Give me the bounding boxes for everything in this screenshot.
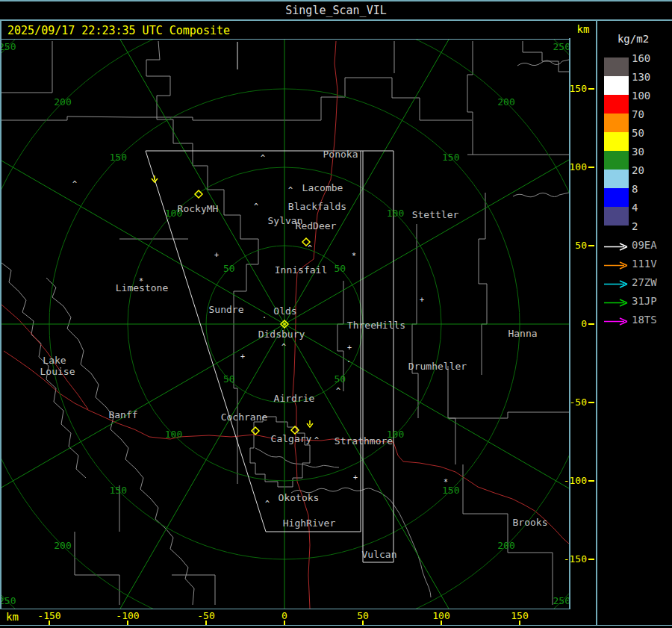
station-id: 18TS [632, 315, 657, 325]
bottom-axis: km -150-100-50050100150 [0, 609, 596, 625]
legend-threshold: 70 [632, 109, 644, 119]
city-label: Banff [108, 409, 137, 420]
right-axis-tick [588, 323, 594, 325]
town-marker: ^ [314, 436, 319, 444]
right-axis-tick [588, 167, 594, 168]
city-label: Airdrie [274, 393, 315, 404]
city-label: Cochrane [221, 411, 268, 423]
bottom-axis-tick-label: 150 [497, 610, 542, 621]
town-marker: + [353, 473, 358, 482]
ring-label: 200 [54, 540, 71, 551]
city-label: Calgary [271, 433, 312, 444]
station-arrow-icon [603, 242, 630, 252]
town-marker: ^ [288, 186, 293, 194]
right-axis-tick [588, 480, 594, 482]
station-arrow-icon [603, 279, 630, 289]
bottom-axis-unit: km [6, 611, 19, 623]
city-label: HighRiver [283, 517, 336, 529]
legend-swatch [604, 132, 629, 151]
legend-threshold: 2 [632, 221, 638, 231]
legend-unit: kg/m2 [597, 33, 669, 45]
ring-label: 150 [110, 485, 127, 496]
town-marker: + [214, 251, 219, 259]
city-label: Ponoka [323, 149, 358, 160]
city-label: Stettler [412, 209, 459, 220]
city-label: Strathmore [335, 435, 393, 447]
city-label: Innisfail [275, 264, 327, 276]
right-axis-tick-label: 100 [570, 162, 587, 172]
right-axis-tick-label: 0 [581, 319, 587, 329]
right-axis-tick-label: 150 [570, 84, 587, 94]
wind-arrow-marker [307, 420, 313, 427]
right-axis-unit: km [570, 23, 596, 35]
ring-label: 250 [1, 595, 16, 606]
ring-label: 250 [553, 595, 569, 606]
scan-timestamp: 2025/09/17 22:23:35 UTC Composite [7, 24, 230, 37]
city-labels: PonokaLacombeBlackfaldsSylvanRedDeerRock… [40, 149, 548, 560]
legend-swatch [604, 57, 629, 76]
right-axis-tick [588, 245, 594, 246]
legend-swatch [604, 188, 629, 207]
right-axis: 150100500-50-100-150 [570, 40, 596, 609]
legend-threshold: 30 [632, 146, 644, 157]
map-panel[interactable]: 5050505010010010010015015015015020020020… [1, 40, 569, 609]
bottom-axis-tick-label: -100 [105, 610, 150, 621]
ring-label: 200 [497, 540, 514, 551]
right-axis-tick-label: -50 [570, 397, 587, 408]
legend-threshold: 20 [632, 165, 644, 175]
ring-label: 250 [1, 41, 16, 52]
city-label: ThreeHills [347, 320, 405, 331]
bottom-axis-tick [441, 621, 442, 625]
right-axis-tick [588, 88, 594, 90]
town-marker: ^ [254, 202, 258, 211]
bottom-axis-tick-label: 0 [262, 610, 307, 621]
bottom-axis-tick-label: 100 [419, 610, 464, 621]
station-legend-item: 09EA [603, 240, 630, 251]
ring-label: 200 [497, 96, 514, 108]
city-label: Vulcan [362, 549, 397, 560]
legend-swatch [604, 95, 629, 114]
station-id: 111V [632, 259, 657, 269]
town-marker: ^ [336, 387, 340, 395]
town-marker: ^ [261, 154, 265, 162]
ring-label: 50 [223, 373, 235, 385]
bottom-axis-tick-label: -150 [27, 610, 72, 621]
town-marker: * [139, 277, 143, 285]
right-axis-tick-label: -100 [564, 476, 587, 486]
town-marker: ^ [308, 244, 312, 252]
city-label: RockyMH [178, 203, 219, 214]
city-label: Didsbury [258, 329, 305, 340]
town-marker: * [444, 478, 448, 486]
legend-threshold: 8 [632, 184, 638, 194]
right-axis-tick-label: -150 [564, 554, 587, 565]
ring-label: 150 [110, 152, 127, 163]
city-label: Olds [273, 305, 296, 317]
city-label: Okotoks [279, 492, 320, 503]
ring-label: 100 [387, 208, 404, 219]
ring-label: 50 [334, 263, 346, 274]
city-label: Hanna [508, 328, 537, 339]
right-axis-tick [588, 559, 594, 560]
radar-site-marker [252, 427, 259, 435]
radial-line [60, 40, 284, 324]
radar-map[interactable]: 5050505010010010010015015015015020020020… [1, 40, 569, 609]
bottom-axis-tick [49, 621, 50, 625]
legend-swatch [604, 170, 629, 188]
city-label: Sundre [209, 304, 244, 315]
legend-threshold: 160 [632, 53, 650, 63]
radial-line [60, 324, 284, 609]
station-legend-item: 27ZW [603, 278, 630, 288]
city-label: Louise [40, 366, 75, 377]
station-legend-item: 111V [603, 259, 630, 270]
town-marker: · [262, 314, 267, 322]
town-marker: * [352, 252, 356, 260]
bottom-axis-tick [127, 621, 128, 625]
ring-label: 50 [223, 263, 235, 274]
station-arrow-icon [603, 261, 630, 270]
station-id: 09EA [632, 240, 657, 250]
radar-viewer-app: Single_Scan_VIL 2025/09/17 22:23:35 UTC … [0, 0, 672, 628]
town-marker: + [240, 352, 245, 361]
bottom-axis-tick [205, 621, 207, 625]
station-arrow-icon [603, 298, 630, 308]
app-title: Single_Scan_VIL [285, 4, 386, 17]
